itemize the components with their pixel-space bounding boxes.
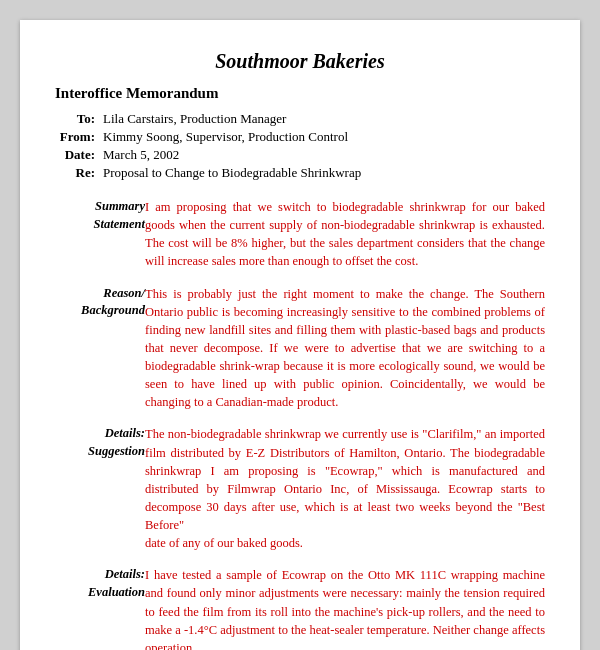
date-label: Date:	[55, 146, 103, 164]
to-label: To:	[55, 110, 103, 128]
section-label-1: Reason/Background	[55, 283, 145, 414]
date-value: March 5, 2002	[103, 146, 545, 164]
re-label: Re:	[55, 164, 103, 182]
to-value: Lila Carstairs, Production Manager	[103, 110, 545, 128]
section-label-3: Details:Evaluation	[55, 564, 145, 650]
header-table: To: Lila Carstairs, Production Manager F…	[55, 110, 545, 182]
document-title: Southmoor Bakeries	[55, 50, 545, 73]
section-content-0: I am proposing that we switch to biodegr…	[145, 196, 545, 273]
section-1: Reason/BackgroundThis is probably just t…	[55, 283, 545, 414]
memo-heading: Interoffice Memorandum	[55, 85, 545, 102]
section-label-2: Details:Suggestion	[55, 423, 145, 554]
document: Southmoor Bakeries Interoffice Memorandu…	[20, 20, 580, 650]
sections-container: SummaryStatementI am proposing that we s…	[55, 196, 545, 650]
section-0: SummaryStatementI am proposing that we s…	[55, 196, 545, 273]
section-content-1: This is probably just the right moment t…	[145, 283, 545, 414]
section-label-0: SummaryStatement	[55, 196, 145, 273]
section-2: Details:SuggestionThe non-biodegradable …	[55, 423, 545, 554]
section-3: Details:EvaluationI have tested a sample…	[55, 564, 545, 650]
section-content-3: I have tested a sample of Ecowrap on the…	[145, 564, 545, 650]
section-content-2: The non-biodegradable shrinkwrap we curr…	[145, 423, 545, 554]
from-label: From:	[55, 128, 103, 146]
from-value: Kimmy Soong, Supervisor, Production Cont…	[103, 128, 545, 146]
re-value: Proposal to Change to Biodegradable Shri…	[103, 164, 545, 182]
